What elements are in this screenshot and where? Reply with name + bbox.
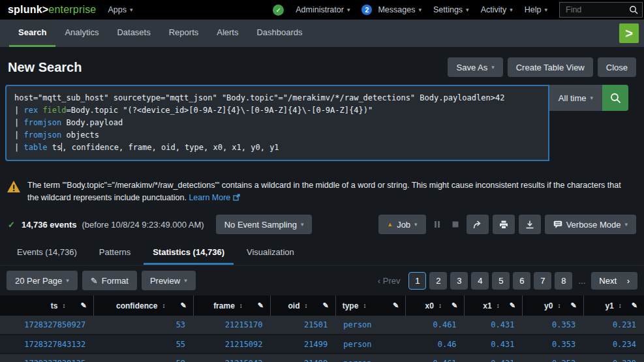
per-page-button[interactable]: 20 Per Page▾ [7, 271, 78, 290]
page-button-6[interactable]: 6 [513, 272, 530, 290]
table-cell[interactable]: 0.353 [522, 354, 583, 362]
sort-icon[interactable]: ↕ [239, 302, 243, 309]
create-table-view-button[interactable]: Create Table View [508, 57, 593, 77]
health-status-icon[interactable]: ✓ [273, 5, 284, 16]
column-header-y0[interactable]: y0↕✎ [522, 295, 583, 316]
edit-column-icon[interactable]: ✎ [393, 301, 399, 310]
page-button-8[interactable]: 8 [555, 272, 572, 290]
table-cell[interactable]: 55 [93, 335, 193, 354]
table-cell[interactable]: 53 [93, 316, 193, 335]
table-cell[interactable]: 0.431 [465, 335, 523, 354]
column-header-type[interactable]: type↕✎ [335, 295, 406, 316]
appnav-dashboards[interactable]: Dashboards [247, 20, 311, 47]
appnav-datasets[interactable]: Datasets [108, 20, 159, 47]
table-cell[interactable]: person [335, 316, 406, 335]
column-header-y1[interactable]: y1↕✎ [583, 295, 644, 316]
edit-column-icon[interactable]: ✎ [258, 301, 264, 310]
column-header-confidence[interactable]: confidence↕✎ [93, 295, 193, 316]
splunk-app-icon[interactable]: > [619, 23, 639, 43]
edit-column-icon[interactable]: ✎ [632, 301, 637, 310]
close-button[interactable]: Close [598, 57, 636, 77]
sort-icon[interactable]: ↕ [162, 302, 165, 309]
page-button-4[interactable]: 4 [471, 272, 489, 290]
table-cell[interactable]: 1728327850927 [0, 316, 93, 335]
appnav-alerts[interactable]: Alerts [207, 20, 247, 47]
table-cell[interactable]: 0.234 [583, 335, 644, 354]
pause-job-icon[interactable] [430, 220, 444, 228]
page-button-3[interactable]: 3 [450, 272, 468, 290]
page-button-1[interactable]: 1 [408, 272, 426, 290]
activity-menu[interactable]: Activity▾ [481, 5, 513, 14]
external-link-icon[interactable] [233, 194, 240, 201]
sort-icon[interactable]: ↕ [497, 302, 500, 309]
event-sampling-button[interactable]: No Event Sampling▾ [216, 215, 313, 234]
edit-column-icon[interactable]: ✎ [452, 301, 457, 310]
sort-icon[interactable]: ↕ [304, 302, 307, 309]
table-cell[interactable]: 0.461 [406, 354, 465, 362]
search-mode-button[interactable]: Verbose Mode▾ [545, 215, 636, 234]
messages-menu[interactable]: 2Messages▾ [361, 5, 422, 15]
preview-button[interactable]: Preview▾ [142, 271, 196, 290]
run-search-button[interactable] [602, 85, 628, 111]
find-search-box[interactable] [559, 2, 643, 18]
export-button[interactable] [519, 215, 541, 234]
table-cell[interactable]: 1728327838135 [0, 354, 93, 362]
page-button-2[interactable]: 2 [429, 272, 447, 290]
learn-more-link[interactable]: Learn More [189, 193, 230, 202]
edit-column-icon[interactable]: ✎ [570, 301, 576, 310]
page-button-7[interactable]: 7 [534, 272, 551, 290]
appnav-analytics[interactable]: Analytics [55, 20, 108, 47]
table-cell[interactable]: 0.431 [465, 316, 523, 335]
share-job-button[interactable] [467, 215, 489, 234]
column-header-ts[interactable]: ts↕✎ [0, 295, 93, 316]
tab-statistics[interactable]: Statistics (14,736) [144, 241, 234, 265]
spl-query-editor[interactable]: host="mqtt_sub_host" sourcetype="mqtt_js… [5, 85, 549, 161]
table-cell[interactable]: 21215092 [193, 335, 270, 354]
column-header-x0[interactable]: x0↕✎ [406, 295, 465, 316]
search-icon[interactable] [629, 5, 638, 14]
prev-page-button[interactable]: ‹ Prev [378, 276, 401, 286]
table-cell[interactable]: 21501 [271, 316, 336, 335]
sort-icon[interactable]: ↕ [62, 302, 65, 309]
column-header-frame[interactable]: frame↕✎ [193, 295, 270, 316]
table-cell[interactable]: person [335, 335, 406, 354]
table-cell[interactable]: 0.431 [465, 354, 523, 362]
table-cell[interactable]: 21215042 [193, 354, 270, 362]
tab-events[interactable]: Events (14,736) [8, 241, 86, 265]
table-cell[interactable]: 21215170 [193, 316, 270, 335]
appnav-reports[interactable]: Reports [160, 20, 208, 47]
apps-menu[interactable]: Apps▾ [108, 5, 132, 14]
edit-column-icon[interactable]: ✎ [80, 301, 86, 310]
format-button[interactable]: ✎Format [82, 271, 137, 290]
time-range-picker[interactable]: All time▾ [549, 85, 602, 111]
table-cell[interactable]: 0.353 [522, 335, 583, 354]
column-header-x1[interactable]: x1↕✎ [465, 295, 523, 316]
sort-icon[interactable]: ↕ [619, 302, 622, 309]
table-cell[interactable]: 0.231 [583, 316, 644, 335]
user-menu[interactable]: Administrator▾ [296, 5, 350, 14]
job-menu-button[interactable]: ▲Job▾ [378, 215, 425, 234]
help-menu[interactable]: Help▾ [525, 5, 547, 14]
sort-icon[interactable]: ↕ [557, 302, 560, 309]
appnav-search[interactable]: Search [9, 20, 55, 47]
table-cell[interactable]: 1728327843132 [0, 335, 93, 354]
edit-column-icon[interactable]: ✎ [180, 301, 186, 310]
print-button[interactable] [493, 215, 515, 234]
save-as-button[interactable]: Save As▾ [448, 57, 502, 77]
table-cell[interactable]: 21498 [271, 354, 336, 362]
tab-patterns[interactable]: Patterns [90, 241, 140, 265]
find-input[interactable] [566, 5, 629, 14]
table-cell[interactable]: 0.461 [406, 316, 465, 335]
next-page-button[interactable]: Next › [591, 272, 637, 290]
stop-job-icon[interactable] [448, 220, 463, 228]
table-cell[interactable]: 21499 [271, 335, 336, 354]
settings-menu[interactable]: Settings▾ [433, 5, 469, 14]
table-cell[interactable]: person [335, 354, 406, 362]
tab-visualization[interactable]: Visualization [238, 241, 303, 265]
column-header-oid[interactable]: oid↕✎ [271, 295, 336, 316]
page-button-5[interactable]: 5 [492, 272, 510, 290]
edit-column-icon[interactable]: ✎ [510, 301, 515, 310]
edit-column-icon[interactable]: ✎ [322, 301, 328, 310]
sort-icon[interactable]: ↕ [438, 302, 442, 309]
table-cell[interactable]: 0.353 [522, 316, 583, 335]
